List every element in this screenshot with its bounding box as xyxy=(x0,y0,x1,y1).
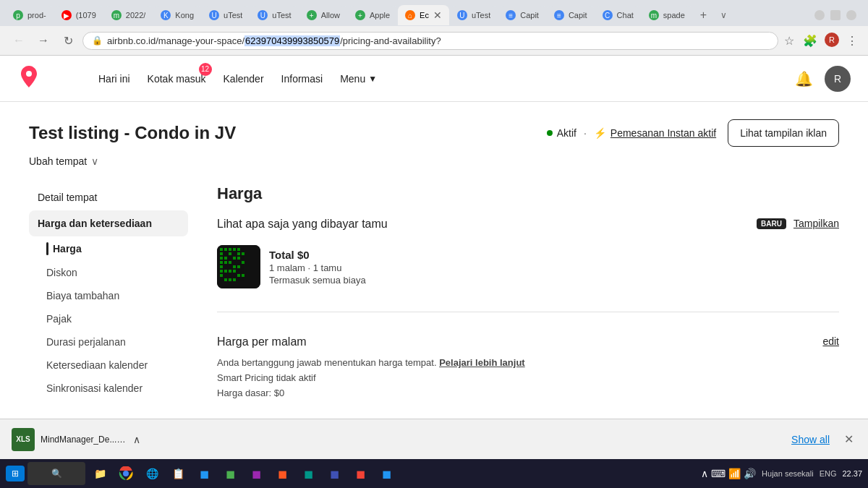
taskbar-chrome[interactable] xyxy=(114,462,137,485)
taskbar-app5[interactable]: ◼ xyxy=(297,462,320,485)
minimize-button[interactable] xyxy=(814,10,825,20)
taskbar-app1[interactable]: ◼ xyxy=(192,462,216,485)
tray-chevron[interactable]: ∧ xyxy=(701,468,708,479)
tab-utest3[interactable]: U uTest xyxy=(450,6,498,25)
lightning-icon: ⚡ xyxy=(594,127,606,139)
taskbar-app7[interactable]: ◼ xyxy=(349,462,372,485)
taskbar-app6[interactable]: ◼ xyxy=(323,462,346,485)
profile-button[interactable]: R xyxy=(825,33,839,47)
tab-capit1[interactable]: ≡ Capit xyxy=(498,6,546,25)
tab-apple[interactable]: + Apple xyxy=(348,6,397,25)
nav-informasi[interactable]: Informasi xyxy=(281,67,323,90)
svg-rect-15 xyxy=(224,261,227,264)
nav-kotak-masuk[interactable]: Kotak masuk 12 xyxy=(148,67,206,90)
tab-utest2[interactable]: U uTest xyxy=(250,6,298,25)
nav-hari-ini[interactable]: Hari ini xyxy=(98,67,130,90)
url-prefix: airbnb.co.id/manage-your-space/ xyxy=(107,35,244,46)
downloads-bar-right: Show all ✕ xyxy=(786,429,856,449)
svg-rect-11 xyxy=(224,257,227,260)
tampilkan-link[interactable]: Tampilkan xyxy=(793,218,839,229)
svg-rect-8 xyxy=(237,252,240,255)
back-button[interactable]: ← xyxy=(9,30,29,51)
svg-rect-20 xyxy=(237,265,240,268)
forward-button[interactable]: → xyxy=(33,30,54,51)
sidebar-item-pajak[interactable]: Pajak xyxy=(29,307,188,330)
taskbar-app3[interactable]: ◼ xyxy=(244,462,268,485)
tab-label-chat: Chat xyxy=(617,11,634,20)
restore-button[interactable] xyxy=(830,10,841,20)
taskbar-app2[interactable]: ◼ xyxy=(218,462,242,485)
tab-2022[interactable]: m 2022/ xyxy=(104,6,153,25)
tray-keyboard-icon[interactable]: ⌨ xyxy=(711,468,726,479)
taskbar-explorer[interactable]: 📁 xyxy=(88,462,111,485)
close-window-button[interactable] xyxy=(846,10,856,20)
notification-button[interactable]: 🔔 xyxy=(795,70,813,87)
price-meta1: 1 malam · 1 tamu xyxy=(269,262,366,273)
svg-rect-30 xyxy=(233,278,236,281)
taskbar-app4[interactable]: ◼ xyxy=(271,462,294,485)
extensions-button[interactable]: 🧩 xyxy=(801,33,819,49)
reload-button[interactable]: ↻ xyxy=(58,30,78,51)
sidebar-item-sinkronisasi-kalender[interactable]: Sinkronisasi kalender xyxy=(29,377,188,400)
svg-rect-5 xyxy=(237,248,240,251)
tab-youtube[interactable]: ▶ (1079 xyxy=(54,6,103,25)
sidebar-item-ketersediaan-kalender[interactable]: Ketersediaan kalender xyxy=(29,354,188,377)
bookmark-button[interactable]: ☆ xyxy=(783,33,796,49)
tray-network-icon[interactable]: 📶 xyxy=(728,468,741,479)
tab-overflow-button[interactable]: ∨ xyxy=(715,6,733,25)
downloads-close-button[interactable]: ✕ xyxy=(841,429,856,449)
tab-capit2[interactable]: ≡ Capit xyxy=(547,6,595,25)
sidebar-item-harga[interactable]: Harga xyxy=(29,236,188,261)
show-all-button[interactable]: Show all xyxy=(786,431,835,448)
tab-kong[interactable]: K Kong xyxy=(153,6,201,25)
svg-rect-9 xyxy=(242,252,244,255)
tab-airbnb[interactable]: ⌂ Ec ✕ xyxy=(398,5,449,25)
header-right: 🔔 R xyxy=(795,66,851,92)
taskbar-files[interactable]: 📋 xyxy=(166,462,190,485)
tab-icon-2022: m xyxy=(111,10,122,20)
tab-label-2022: 2022/ xyxy=(126,11,146,20)
active-bar xyxy=(46,242,48,255)
avatar[interactable]: R xyxy=(825,66,851,92)
taskbar-time[interactable]: 22.37 xyxy=(842,468,862,479)
tab-icon-spade: m xyxy=(649,10,659,20)
tray-volume-icon[interactable]: 🔊 xyxy=(744,468,756,479)
more-button[interactable]: ⋮ xyxy=(845,33,859,49)
sidebar-item-durasi-perjalanan[interactable]: Durasi perjalanan xyxy=(29,330,188,354)
tab-prod[interactable]: p prod- xyxy=(6,6,54,25)
new-badge: BARU xyxy=(757,218,786,229)
url-bar[interactable]: 🔒 airbnb.co.id/manage-your-space/6239704… xyxy=(82,32,778,50)
taskbar-tray: ∧ ⌨ 📶 🔊 Hujan sesekali ENG 22.37 xyxy=(701,468,862,479)
tab-spade[interactable]: m spade xyxy=(642,6,692,25)
tab-chat[interactable]: C Chat xyxy=(595,6,641,25)
svg-rect-16 xyxy=(229,261,231,264)
sidebar-item-harga-ketersediaan[interactable]: Harga dan ketersediaan xyxy=(29,210,188,236)
close-icon[interactable]: ✕ xyxy=(433,9,442,21)
svg-rect-24 xyxy=(233,270,236,273)
nightly-price-edit-link[interactable]: edit xyxy=(822,335,839,347)
instant-booking-label[interactable]: Pemesanan Instan aktif xyxy=(610,127,716,139)
taskbar-edge[interactable]: 🌐 xyxy=(140,462,163,485)
sidebar-item-detail-tempat[interactable]: Detail tempat xyxy=(29,184,188,210)
svg-rect-25 xyxy=(220,274,223,277)
pricing-preview-label: Lihat apa saja yang dibayar tamu xyxy=(217,218,388,231)
smart-pricing-status: Smart Pricing tidak aktif xyxy=(217,372,525,383)
learn-more-link[interactable]: Pelajari lebih lanjut xyxy=(439,357,524,368)
taskbar-search[interactable]: 🔍 xyxy=(27,462,85,485)
nav-kalender[interactable]: Kalender xyxy=(224,67,264,90)
tab-label-kong: Kong xyxy=(175,11,194,20)
view-listing-button[interactable]: Lihat tampilan iklan xyxy=(728,119,839,147)
sidebar-item-biaya-tambahan[interactable]: Biaya tambahan xyxy=(29,284,188,307)
new-tab-button[interactable]: + xyxy=(693,4,714,26)
chevron-up-icon[interactable]: ∧ xyxy=(133,434,140,445)
tab-utest1[interactable]: U uTest xyxy=(202,6,250,25)
breadcrumb-section: Ubah tempat ∨ xyxy=(29,155,839,167)
sidebar-item-diskon[interactable]: Diskon xyxy=(29,261,188,284)
start-button[interactable]: ⊞ xyxy=(6,466,25,481)
tab-label-allow: Allow xyxy=(321,11,340,20)
tab-allow[interactable]: + Allow xyxy=(299,6,347,25)
taskbar-app8[interactable]: ◼ xyxy=(375,462,398,485)
breadcrumb[interactable]: Ubah tempat ∨ xyxy=(29,155,839,167)
tab-icon-youtube: ▶ xyxy=(61,10,72,20)
nav-menu[interactable]: Menu ▼ xyxy=(340,67,377,90)
